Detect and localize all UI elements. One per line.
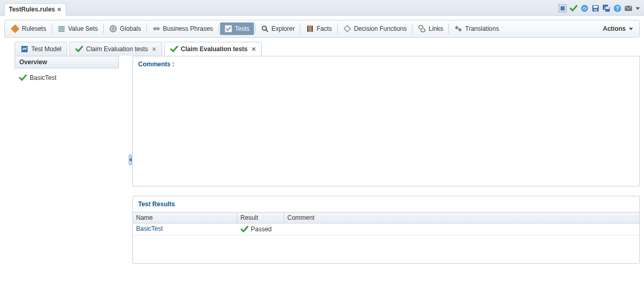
svg-rect-23 [309,26,311,32]
top-icons: ? [556,2,642,15]
svg-rect-5 [594,9,597,11]
separator [103,23,104,34]
comments-title: Comments : [133,56,639,72]
row-result: Passed [237,223,284,235]
toolbar-business-phrases[interactable]: Business Phrases [148,22,217,35]
svg-rect-19 [225,26,232,32]
close-icon[interactable]: ✕ [251,46,256,53]
svg-rect-24 [311,26,313,32]
file-tab-label: TestRules.rules [9,6,55,13]
separator [448,23,449,34]
toolbar-translations-label: Translations [465,25,499,32]
save-all-icon[interactable] [602,4,611,13]
globe-refresh-icon[interactable] [580,4,589,13]
test-results-panel: Test Results Name Result Comment BasicTe… [132,196,640,264]
sub-tabs: Test Model Claim Evaluation tests ✕ Clai… [15,42,640,56]
close-icon[interactable]: ✕ [57,6,62,13]
separator [412,23,412,34]
toolbar-value-sets-label: Value Sets [68,25,98,32]
overview-body: BasicTest [15,68,119,87]
splitter-handle-icon [129,155,132,165]
toolbar-tests[interactable]: Tests [220,22,254,35]
actions-label: Actions [603,25,626,32]
svg-rect-1 [561,6,565,10]
col-comment: Comment [284,213,639,223]
row-comment [284,223,639,235]
toolbar-decision-functions[interactable]: Decision Functions [339,22,411,35]
help-icon[interactable]: ? [613,4,622,13]
tab-claim-eval-2[interactable]: Claim Evaluation tests ✕ [164,42,262,56]
check-icon[interactable] [569,4,578,13]
save-icon[interactable] [591,4,600,13]
actions-menu[interactable]: Actions [599,23,637,34]
chevron-down-icon [629,28,633,30]
toolbar-globals[interactable]: Globals [105,22,145,35]
close-icon[interactable]: ✕ [152,46,156,53]
svg-point-20 [262,26,266,30]
tab-test-model[interactable]: Test Model [15,42,67,56]
toolbar-translations[interactable]: Translations [450,22,503,35]
content-area: Overview BasicTest Comments : Test Resul… [15,56,640,264]
svg-rect-22 [307,26,309,32]
left-panel: Overview BasicTest [15,56,119,264]
file-tab[interactable]: TestRules.rules ✕ [4,3,66,16]
tree-item-label: BasicTest [30,74,56,81]
svg-rect-15 [58,30,65,32]
separator [218,23,219,34]
comments-panel: Comments : [132,56,640,186]
results-title: Test Results [133,196,639,212]
toolbar-links[interactable]: Links [414,22,447,35]
results-header: Name Result Comment [133,212,639,223]
row-name: BasicTest [133,223,237,235]
separator [337,23,338,34]
tree-item-basictest[interactable]: BasicTest [19,73,115,83]
col-result: Result [237,213,284,223]
svg-point-26 [458,28,461,31]
toolbar-value-sets[interactable]: Value Sets [53,22,102,35]
svg-rect-13 [58,26,65,28]
grid-icon[interactable] [558,4,567,13]
svg-rect-12 [11,25,19,33]
toolbar-rulesets[interactable]: Rulesets [7,22,51,35]
tab-claim-eval-1-label: Claim Evaluation tests [86,45,148,53]
separator [300,23,300,34]
tab-test-model-label: Test Model [31,45,62,53]
svg-rect-8 [606,7,609,9]
separator [147,23,147,34]
separator [52,23,52,34]
svg-text:?: ? [616,5,619,11]
toolbar-business-phrases-label: Business Phrases [163,25,213,32]
toolbar-links-label: Links [429,25,443,32]
svg-line-21 [266,30,268,32]
toolbar-explorer[interactable]: Explorer [257,22,299,35]
col-name: Name [133,213,237,223]
toolbar-facts[interactable]: Facts [301,22,336,35]
svg-rect-4 [593,6,598,8]
toolbar-decision-functions-label: Decision Functions [354,25,407,32]
toolbar-tests-label: Tests [235,25,250,32]
toolbar-explorer-label: Explorer [272,25,295,32]
main-toolbar: Rulesets Value Sets Globals Business Phr… [4,20,640,38]
dropdown-caret-icon[interactable] [636,7,640,10]
svg-point-25 [455,26,458,29]
mail-icon[interactable] [624,4,633,13]
table-row[interactable]: BasicTest Passed [133,223,639,235]
toolbar-rulesets-label: Rulesets [22,25,46,32]
splitter[interactable] [128,155,132,165]
tab-claim-eval-1[interactable]: Claim Evaluation tests ✕ [69,42,162,56]
main-panel: Comments : Test Results Name Result Comm… [132,56,640,264]
svg-rect-14 [58,28,65,30]
separator [255,23,256,34]
top-bar: TestRules.rules ✕ ? [0,0,644,16]
tab-claim-eval-2-label: Claim Evaluation tests [181,45,248,53]
toolbar-globals-label: Globals [120,25,141,32]
overview-header: Overview [15,56,119,68]
row-result-text: Passed [251,226,272,233]
toolbar-facts-label: Facts [317,25,332,32]
